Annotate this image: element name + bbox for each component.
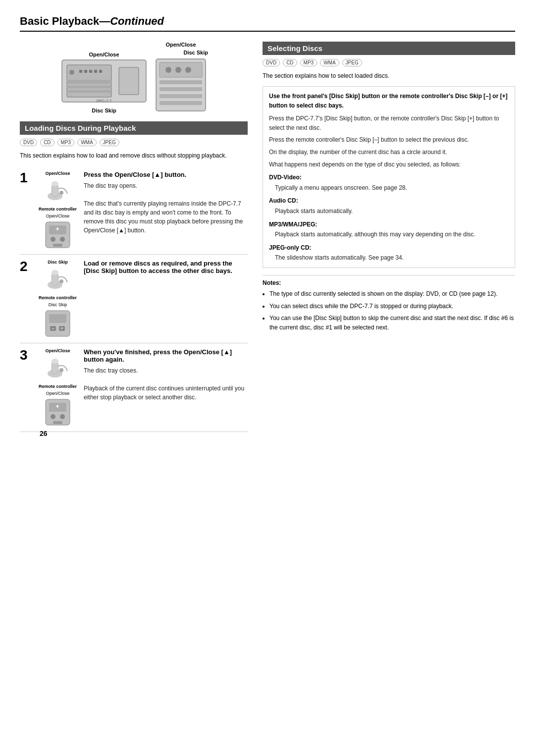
left-column: Open/Close DPC-7.7 Disc (20, 42, 248, 432)
step-2-remote-sub: Disc Skip (49, 302, 67, 307)
step-1-text: The disc tray opens. The disc that's cur… (84, 181, 248, 235)
right-badge-mp3: MP3 (300, 59, 318, 66)
step-3-title: When you've finished, press the Open/Clo… (84, 348, 248, 363)
dvd-text: Typically a menu appears onscreen. See p… (269, 183, 509, 193)
step-3-remote-label: Remote controller (39, 384, 77, 389)
instruction-box: Use the front panel's [Disc Skip] button… (263, 86, 515, 268)
svg-text:–: – (52, 326, 54, 331)
badge-cd: CD (40, 139, 54, 146)
svg-text:+: + (60, 326, 63, 331)
step-2-images: Disc Skip Remote controller Disc Skip – (37, 260, 79, 338)
svg-point-48 (60, 414, 65, 419)
svg-rect-8 (67, 80, 111, 84)
dvd-label: DVD-Video: (269, 173, 509, 182)
step-1-remote-sub: Open/Close (46, 214, 70, 218)
svg-rect-21 (160, 101, 202, 105)
right-badge-cd: CD (283, 59, 297, 66)
svg-point-2 (69, 70, 74, 75)
svg-rect-19 (160, 87, 202, 91)
svg-point-28 (51, 237, 55, 242)
page-title: Basic Playback—Continued (20, 15, 515, 28)
svg-rect-6 (94, 70, 97, 73)
svg-point-33 (52, 270, 58, 275)
notes-section: Notes: The type of disc currently select… (263, 275, 515, 332)
svg-point-17 (185, 67, 191, 73)
loading-section-header: Loading Discs During Playback (20, 121, 248, 135)
svg-point-25 (59, 191, 63, 195)
left-intro: This section explains how to load and re… (20, 151, 248, 160)
main-device-svg: DPC-7.7 (59, 57, 149, 105)
svg-rect-11 (119, 67, 139, 95)
note-2: You can select discs while the DPC-7.7 i… (269, 302, 515, 311)
step-3-content: When you've finished, press the Open/Clo… (84, 348, 248, 402)
step-2-remote-svg: – + (44, 309, 71, 338)
step-1-title: Press the Open/Close [▲] button. (84, 171, 248, 178)
main-layout: Open/Close DPC-7.7 Disc (20, 42, 515, 432)
note-1: The type of disc currently selected is s… (269, 289, 515, 299)
disc-skip-bottom-label: Disc Skip (92, 108, 116, 113)
right-intro: The section explains how to select loade… (263, 71, 515, 80)
step-3-row: 3 Open/Close Remote controller Open/Clos… (20, 343, 248, 432)
right-badge-jpeg: JPEG (342, 59, 362, 66)
step-2-remote-label: Remote controller (39, 295, 77, 300)
instruction-text-1: Press the DPC-7.7's [Disc Skip] button, … (269, 114, 509, 132)
step-2-hand-svg (43, 268, 73, 291)
svg-rect-10 (67, 90, 111, 93)
badge-wma: WMA (77, 139, 96, 146)
right-format-badges: DVD CD MP3 WMA JPEG (263, 59, 515, 66)
left-device-block: Open/Close DPC-7.7 Disc (59, 52, 149, 113)
step-3-hand-svg (43, 356, 73, 380)
svg-point-24 (52, 181, 58, 186)
svg-rect-20 (160, 94, 202, 98)
page-header: Basic Playback—Continued (20, 15, 515, 32)
jpeg-label: JPEG-only CD: (269, 243, 509, 253)
audio-cd-text: Playback starts automatically. (269, 207, 509, 216)
top-devices-row: Open/Close DPC-7.7 Disc (20, 42, 248, 113)
svg-point-44 (59, 368, 63, 372)
svg-rect-3 (79, 70, 82, 73)
step-3-remote-sub: Open/Close (46, 391, 70, 396)
step-1-remote-label: Remote controller (39, 207, 77, 212)
instruction-title: Use the front panel's [Disc Skip] button… (269, 92, 509, 110)
step-3-img-label: Open/Close (45, 348, 70, 353)
step-2-number: 2 (20, 260, 32, 273)
instruction-text-4: What happens next depends on the type of… (269, 160, 509, 169)
badge-mp3: MP3 (57, 139, 75, 146)
mp3-text: Playback starts automatically, although … (269, 230, 509, 239)
step-1-images: Open/Close Remote controller Open/Close (37, 171, 79, 249)
svg-point-16 (175, 67, 181, 73)
step-3-text: The disc tray closes. Playback of the cu… (84, 366, 248, 402)
step-1-hand-svg (43, 179, 73, 203)
svg-point-34 (59, 279, 63, 283)
right-badge-dvd: DVD (263, 59, 280, 66)
open-close-left-label: Open/Close (89, 52, 119, 57)
audio-cd-label: Audio CD: (269, 196, 509, 206)
right-column: Selecting Discs DVD CD MP3 WMA JPEG The … (263, 42, 515, 432)
notes-title: Notes: (263, 279, 515, 286)
svg-rect-9 (67, 86, 111, 88)
open-close-right-label: Open/Close (165, 42, 196, 48)
instruction-text-3: On the display, the number of the curren… (269, 148, 509, 157)
panel-device-svg (154, 56, 208, 113)
svg-rect-36 (49, 314, 66, 323)
step-1-row: 1 Open/Close Remote controller Open/Clos… (20, 166, 248, 255)
step-1-content: Press the Open/Close [▲] button. The dis… (84, 171, 248, 235)
right-badge-wma: WMA (320, 59, 339, 66)
selecting-section-header: Selecting Discs (263, 42, 515, 55)
page-number: 26 (40, 430, 535, 437)
step-1-number: 1 (20, 171, 32, 185)
badge-jpeg: JPEG (100, 139, 119, 146)
left-format-badges: DVD CD MP3 WMA JPEG (20, 139, 248, 146)
svg-point-29 (60, 237, 65, 242)
svg-rect-18 (160, 80, 202, 84)
svg-point-47 (51, 414, 55, 419)
right-device-block: Open/Close Disc Skip (154, 42, 208, 113)
svg-point-43 (52, 359, 58, 364)
badge-dvd: DVD (20, 139, 37, 146)
svg-text:DPC-7.7: DPC-7.7 (97, 99, 112, 103)
step-2-row: 2 Disc Skip Remote controller Disc Skip … (20, 255, 248, 343)
step-3-remote-svg (44, 398, 71, 427)
notes-list: The type of disc currently selected is s… (263, 289, 515, 332)
step-3-images: Open/Close Remote controller Open/Close (37, 348, 79, 427)
step-2-title: Load or remove discs as required, and pr… (84, 260, 248, 274)
